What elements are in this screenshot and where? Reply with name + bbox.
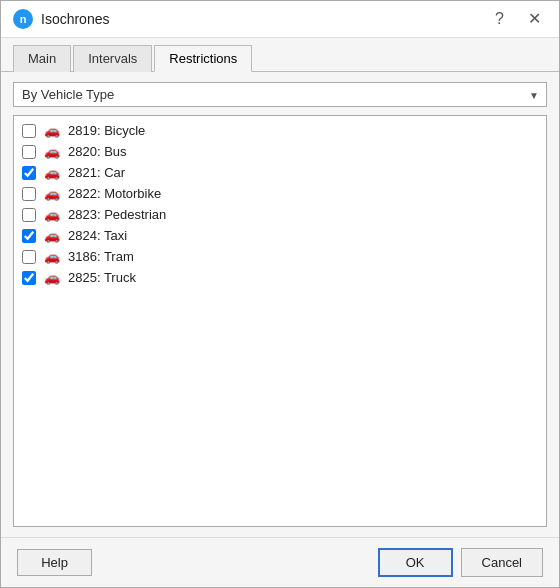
vehicle-label: 2821: Car xyxy=(68,165,125,180)
dialog: n Isochrones ? ✕ Main Intervals Restrict… xyxy=(0,0,560,588)
close-button[interactable]: ✕ xyxy=(522,9,547,29)
tab-main[interactable]: Main xyxy=(13,45,71,72)
title-controls: ? ✕ xyxy=(489,9,547,29)
footer-right: OK Cancel xyxy=(378,548,543,577)
title-left: n Isochrones xyxy=(13,9,109,29)
vehicle-label: 3186: Tram xyxy=(68,249,134,264)
cancel-button[interactable]: Cancel xyxy=(461,548,543,577)
vehicle-label: 2819: Bicycle xyxy=(68,123,145,138)
vehicle-checkbox-2825[interactable] xyxy=(22,271,36,285)
vehicle-type-dropdown[interactable]: By Vehicle Type xyxy=(13,82,547,107)
vehicle-label: 2820: Bus xyxy=(68,144,127,159)
dropdown-row: By Vehicle Type ▼ xyxy=(13,82,547,107)
vehicle-icon: 🚗 xyxy=(42,249,62,264)
vehicle-label: 2825: Truck xyxy=(68,270,136,285)
vehicle-icon: 🚗 xyxy=(42,207,62,222)
title-bar: n Isochrones ? ✕ xyxy=(1,1,559,38)
vehicle-label: 2822: Motorbike xyxy=(68,186,161,201)
list-item[interactable]: 🚗2820: Bus xyxy=(14,141,546,162)
list-item[interactable]: 🚗2823: Pedestrian xyxy=(14,204,546,225)
tab-bar: Main Intervals Restrictions xyxy=(1,38,559,72)
list-item[interactable]: 🚗2819: Bicycle xyxy=(14,120,546,141)
vehicle-type-dropdown-wrapper: By Vehicle Type ▼ xyxy=(13,82,547,107)
tab-restrictions[interactable]: Restrictions xyxy=(154,45,252,72)
ok-button[interactable]: OK xyxy=(378,548,453,577)
content-area: By Vehicle Type ▼ 🚗2819: Bicycle🚗2820: B… xyxy=(1,72,559,537)
vehicle-icon: 🚗 xyxy=(42,270,62,285)
vehicle-checkbox-2820[interactable] xyxy=(22,145,36,159)
list-item[interactable]: 🚗2821: Car xyxy=(14,162,546,183)
vehicle-icon: 🚗 xyxy=(42,186,62,201)
vehicle-icon: 🚗 xyxy=(42,144,62,159)
vehicle-label: 2824: Taxi xyxy=(68,228,127,243)
help-button[interactable]: Help xyxy=(17,549,92,576)
footer: Help OK Cancel xyxy=(1,537,559,587)
list-item[interactable]: 🚗2822: Motorbike xyxy=(14,183,546,204)
vehicle-checkbox-2821[interactable] xyxy=(22,166,36,180)
app-icon: n xyxy=(13,9,33,29)
list-item[interactable]: 🚗2825: Truck xyxy=(14,267,546,288)
vehicle-list: 🚗2819: Bicycle🚗2820: Bus🚗2821: Car🚗2822:… xyxy=(13,115,547,527)
vehicle-checkbox-3186[interactable] xyxy=(22,250,36,264)
vehicle-checkbox-2824[interactable] xyxy=(22,229,36,243)
vehicle-checkbox-2823[interactable] xyxy=(22,208,36,222)
vehicle-checkbox-2819[interactable] xyxy=(22,124,36,138)
vehicle-icon: 🚗 xyxy=(42,123,62,138)
dialog-title: Isochrones xyxy=(41,11,109,27)
list-item[interactable]: 🚗3186: Tram xyxy=(14,246,546,267)
list-item[interactable]: 🚗2824: Taxi xyxy=(14,225,546,246)
vehicle-checkbox-2822[interactable] xyxy=(22,187,36,201)
tab-intervals[interactable]: Intervals xyxy=(73,45,152,72)
vehicle-icon: 🚗 xyxy=(42,228,62,243)
vehicle-icon: 🚗 xyxy=(42,165,62,180)
vehicle-label: 2823: Pedestrian xyxy=(68,207,166,222)
help-icon-button[interactable]: ? xyxy=(489,9,510,29)
